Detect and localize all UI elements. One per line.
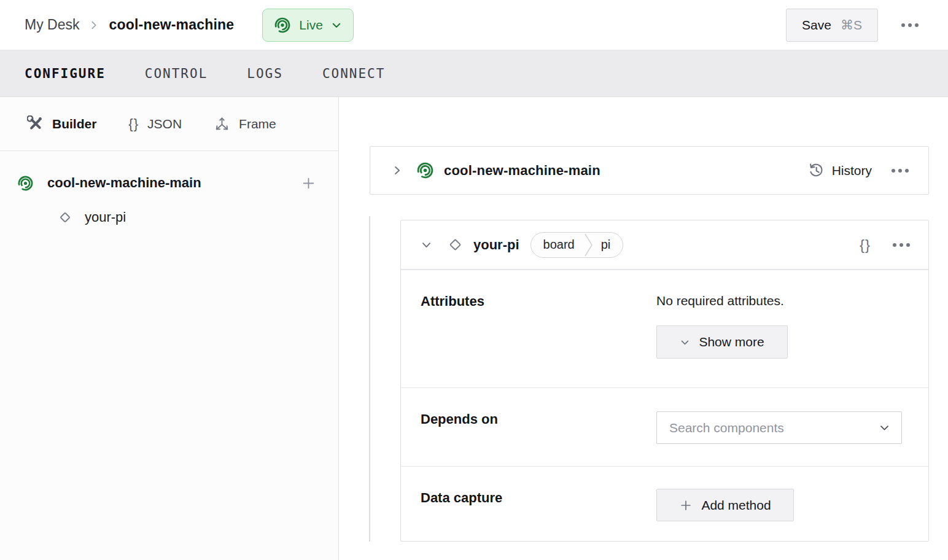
badge-chevron-separator-icon <box>585 233 592 257</box>
main-panel: cool-new-machine-main History <box>339 97 948 560</box>
chevron-down-icon <box>331 20 342 31</box>
app-root: My Desk cool-new-machine Live Save <box>0 0 948 560</box>
axes-icon <box>214 115 230 132</box>
collapse-component-chevron[interactable] <box>418 236 435 253</box>
machine-card: cool-new-machine-main History <box>370 146 929 195</box>
top-header: My Desk cool-new-machine Live Save <box>0 0 948 50</box>
tab-bar: CONFIGURE CONTROL LOGS CONNECT <box>0 50 948 97</box>
machine-card-title: cool-new-machine-main <box>444 163 600 179</box>
depends-on-select[interactable]: Search components <box>656 411 902 444</box>
tree-machine-label: cool-new-machine-main <box>47 175 201 191</box>
chevron-down-icon <box>879 422 890 434</box>
breadcrumb-parent-link[interactable]: My Desk <box>25 17 79 33</box>
tab-connect[interactable]: CONNECT <box>322 64 386 84</box>
component-card: your-pi board pi {} <box>400 220 929 542</box>
component-diamond-icon <box>447 236 464 253</box>
show-more-label: Show more <box>699 335 764 349</box>
breadcrumb: My Desk cool-new-machine <box>25 17 234 33</box>
component-tree: cool-new-machine-main your-pi <box>0 151 338 235</box>
machine-live-icon <box>416 161 434 179</box>
tools-icon <box>27 115 44 132</box>
badge-type-label: board <box>543 238 575 252</box>
braces-icon: {} <box>128 116 139 132</box>
tree-connector-line <box>369 216 370 542</box>
add-component-button[interactable] <box>301 176 316 191</box>
component-more-options-button[interactable] <box>889 239 914 251</box>
data-capture-section: Data capture Add method <box>401 466 928 541</box>
depends-on-label: Depends on <box>401 388 656 466</box>
mode-json-label: JSON <box>147 117 182 131</box>
mode-frame[interactable]: Frame <box>214 115 276 132</box>
component-card-title: your-pi <box>473 237 519 253</box>
history-clock-icon <box>808 162 825 179</box>
header-more-options-button[interactable] <box>896 18 923 32</box>
chevron-down-icon <box>680 337 690 348</box>
component-type-badge: board pi <box>530 232 624 258</box>
depends-on-placeholder: Search components <box>669 421 784 435</box>
status-label: Live <box>299 18 323 33</box>
history-label: History <box>832 163 872 178</box>
add-method-button[interactable]: Add method <box>656 489 794 521</box>
data-capture-value: Add method <box>656 467 928 541</box>
tab-logs[interactable]: LOGS <box>247 64 283 84</box>
machine-live-icon <box>17 175 34 192</box>
save-label: Save <box>802 18 831 33</box>
chevron-right-icon <box>89 20 99 30</box>
component-card-header: your-pi board pi {} <box>401 220 928 270</box>
component-json-button[interactable]: {} <box>855 234 876 256</box>
braces-icon: {} <box>860 236 871 253</box>
sidebar: Builder {} JSON Frame <box>0 97 339 560</box>
mode-builder[interactable]: Builder <box>27 115 96 132</box>
history-button[interactable]: History <box>808 162 872 179</box>
badge-model-label: pi <box>601 238 611 252</box>
mode-builder-label: Builder <box>52 117 96 131</box>
attributes-empty-text: No required attributes. <box>656 294 928 308</box>
component-card-actions: {} <box>855 234 914 256</box>
mode-json[interactable]: {} JSON <box>128 116 182 132</box>
plus-icon <box>679 499 693 512</box>
component-diamond-icon <box>58 210 72 225</box>
machine-live-icon <box>274 17 291 34</box>
add-method-label: Add method <box>701 498 771 513</box>
save-button[interactable]: Save ⌘S <box>786 9 878 42</box>
header-actions: Save ⌘S <box>786 9 923 42</box>
show-more-button[interactable]: Show more <box>656 325 788 359</box>
attributes-section: Attributes No required attributes. Show … <box>401 270 928 387</box>
depends-on-value: Search components <box>656 388 928 466</box>
view-mode-switcher: Builder {} JSON Frame <box>0 97 338 151</box>
tree-item-component[interactable]: your-pi <box>0 200 338 235</box>
attributes-value: No required attributes. Show more <box>656 270 928 387</box>
machine-status-button[interactable]: Live <box>262 9 354 42</box>
breadcrumb-current: cool-new-machine <box>109 17 234 33</box>
attributes-label: Attributes <box>401 270 656 387</box>
tab-control[interactable]: CONTROL <box>145 64 208 84</box>
expand-machine-chevron[interactable] <box>389 162 405 179</box>
tab-configure[interactable]: CONFIGURE <box>25 64 106 84</box>
save-shortcut: ⌘S <box>841 18 862 33</box>
data-capture-label: Data capture <box>401 467 656 541</box>
tree-item-machine[interactable]: cool-new-machine-main <box>0 166 338 200</box>
mode-frame-label: Frame <box>239 117 276 131</box>
machine-card-more-options-button[interactable] <box>888 165 912 176</box>
depends-on-section: Depends on Search components <box>401 387 928 466</box>
tree-component-label: your-pi <box>85 209 126 225</box>
